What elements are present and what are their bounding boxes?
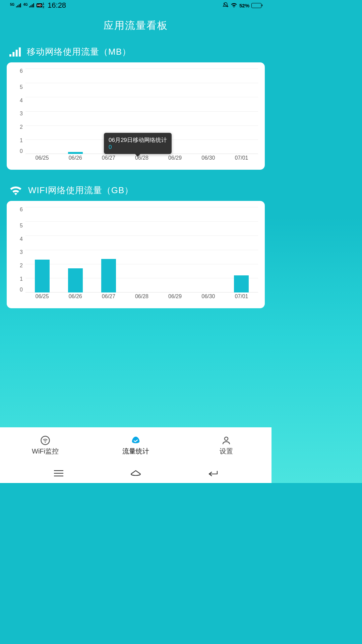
svg-rect-10 (16, 50, 18, 56)
x-tick: 07/01 (225, 293, 258, 301)
sys-back-button[interactable] (206, 468, 220, 478)
signal-4g-icon: 4G (23, 3, 35, 8)
x-tick: 06/26 (59, 293, 92, 301)
bar-slot[interactable] (225, 207, 258, 292)
svg-rect-4 (29, 6, 30, 7)
nav-label: 流量统计 (122, 447, 149, 456)
system-nav-bar (0, 464, 272, 483)
bar-slot[interactable] (192, 68, 225, 154)
svg-rect-11 (19, 47, 21, 56)
chart-card-wifi: 6 5 4 3 2 1 0 06/2506/2606/2706/2806/290… (7, 201, 265, 308)
nav-traffic-stats[interactable]: 流量统计 (90, 427, 181, 464)
y-axis: 6 5 4 3 2 1 0 (9, 207, 23, 292)
wifi-icon (231, 2, 237, 9)
wifi-monitor-icon (40, 435, 51, 445)
bar-slot[interactable] (92, 207, 125, 292)
sys-menu-button[interactable] (52, 468, 65, 478)
x-axis: 06/2506/2606/2706/2806/2906/3007/01 (25, 293, 258, 301)
x-axis: 06/2506/2606/2706/2806/2906/3007/01 (25, 155, 258, 162)
bar-slot[interactable] (25, 68, 59, 154)
x-tick: 06/30 (192, 155, 225, 162)
nav-settings[interactable]: 设置 (181, 427, 272, 464)
battery-pct: 52% (239, 3, 249, 8)
section-header-wifi: WIFI网络使用流量（GB） (0, 184, 272, 201)
svg-rect-3 (20, 3, 21, 7)
signal-bars-icon (9, 47, 21, 57)
x-tick: 06/28 (125, 293, 158, 301)
section-title-wifi: WIFI网络使用流量（GB） (28, 184, 133, 196)
battery-icon (251, 3, 261, 8)
svg-rect-0 (16, 6, 17, 7)
x-tick: 06/29 (159, 293, 192, 301)
bar-slot[interactable] (125, 207, 158, 292)
section-title-mobile: 移动网络使用流量（MB） (27, 46, 131, 58)
status-time: 16:28 (48, 1, 66, 10)
x-tick: 06/27 (92, 155, 125, 162)
nav-label: 设置 (220, 447, 233, 456)
bar-slot[interactable] (159, 207, 192, 292)
signal-5g-icon: 5G (10, 3, 21, 8)
sys-home-button[interactable] (129, 468, 142, 478)
status-bar: 5G 4G HD 12 16:28 52% (0, 0, 272, 11)
svg-rect-9 (12, 52, 14, 57)
bar-slot[interactable] (192, 207, 225, 292)
chart-card-mobile: 6 5 4 3 2 1 0 06/2506/2606/2706/2806/290… (7, 62, 265, 170)
section-header-mobile: 移动网络使用流量（MB） (0, 46, 272, 62)
x-tick: 06/30 (192, 293, 225, 301)
bar[interactable] (234, 275, 249, 292)
bar[interactable] (68, 152, 83, 154)
status-right: 52% (223, 2, 261, 9)
tooltip-title: 06月29日移动网络统计 (109, 136, 167, 144)
x-tick: 07/01 (225, 155, 258, 162)
svg-rect-8 (9, 54, 11, 56)
hd-icon: HD 12 (37, 2, 44, 9)
bar[interactable] (101, 259, 116, 292)
chart-plot-wifi[interactable] (25, 207, 258, 292)
bar-slot[interactable] (25, 207, 59, 292)
svg-rect-6 (32, 4, 33, 7)
x-tick: 06/25 (25, 293, 59, 301)
x-tick: 06/27 (92, 293, 125, 301)
bar[interactable] (35, 260, 50, 292)
bar-slot[interactable] (225, 68, 258, 154)
bar[interactable] (68, 268, 83, 292)
svg-rect-7 (33, 3, 34, 7)
person-icon (221, 435, 232, 445)
status-left: 5G 4G HD 12 16:28 (10, 1, 66, 10)
nav-label: WiFi监控 (32, 447, 59, 456)
traffic-stats-icon (130, 435, 141, 445)
x-tick: 06/26 (59, 155, 92, 162)
svg-rect-2 (19, 4, 20, 7)
wifi-icon (9, 186, 22, 195)
bar-slot[interactable] (59, 68, 92, 154)
tooltip-value: 0 (109, 144, 167, 151)
y-axis: 6 5 4 3 2 1 0 (9, 68, 23, 154)
x-tick: 06/28 (125, 155, 158, 162)
svg-rect-1 (17, 5, 18, 7)
page-title: 应用流量看板 (0, 11, 272, 46)
x-tick: 06/29 (159, 155, 192, 162)
svg-point-14 (225, 437, 228, 440)
dnd-icon (223, 2, 229, 9)
svg-point-13 (45, 441, 46, 442)
bottom-nav: WiFi监控 流量统计 设置 (0, 427, 272, 464)
x-tick: 06/25 (25, 155, 59, 162)
nav-wifi-monitor[interactable]: WiFi监控 (0, 427, 90, 464)
chart-tooltip: 06月29日移动网络统计 0 (104, 133, 172, 154)
svg-rect-5 (31, 5, 32, 7)
bar-slot[interactable] (59, 207, 92, 292)
